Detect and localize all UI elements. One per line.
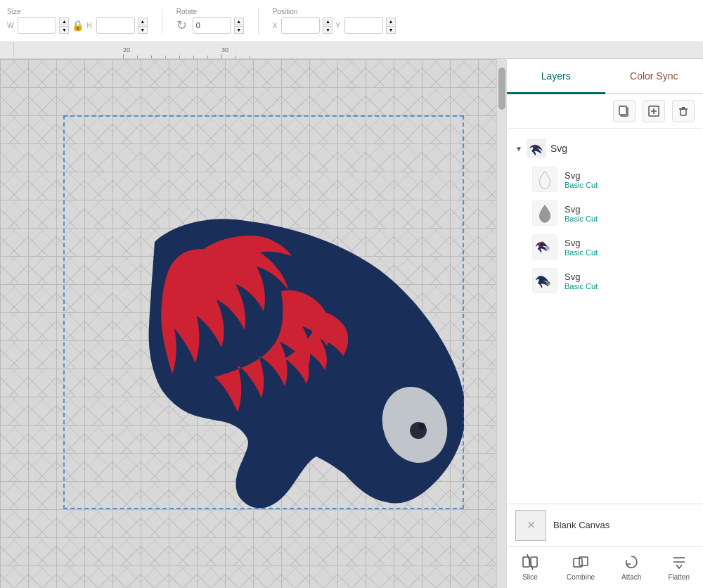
- size-inputs: W ▲ ▼ 🔒 H ▲ ▼: [7, 17, 148, 34]
- attach-label: Attach: [621, 573, 641, 581]
- layer-item[interactable]: Svg Basic Cut: [507, 230, 703, 264]
- canvas-info: Blank Canvas: [507, 504, 703, 546]
- height-up[interactable]: ▲: [138, 18, 148, 25]
- x-input[interactable]: [281, 17, 320, 34]
- width-down[interactable]: ▼: [59, 26, 69, 34]
- svg-point-17: [546, 281, 550, 286]
- rotate-stepper[interactable]: ▲ ▼: [234, 18, 244, 34]
- scrollbar-thumb[interactable]: [498, 68, 505, 110]
- position-group: Position X ▲ ▼ Y ▲ ▼: [273, 8, 396, 34]
- svg-point-15: [546, 246, 550, 250]
- y-stepper[interactable]: ▲ ▼: [386, 18, 396, 34]
- horizontal-ruler: 20 30: [14, 42, 703, 59]
- layer-thumb-2: [532, 200, 557, 226]
- trash-icon: [677, 105, 690, 117]
- ruler-container: 20 30: [0, 42, 703, 59]
- y-up[interactable]: ▲: [386, 18, 396, 25]
- rotate-icon: ↻: [176, 18, 187, 33]
- divider-1: [162, 8, 162, 34]
- panel-tabs: Layers Color Sync: [507, 59, 703, 94]
- slice-label: Slice: [522, 573, 538, 581]
- ruler-corner: [0, 42, 14, 59]
- bird-container[interactable]: [63, 115, 464, 509]
- slice-button[interactable]: Slice: [520, 554, 540, 581]
- svg-rect-14: [533, 235, 557, 259]
- add-layer-button[interactable]: [643, 100, 665, 122]
- layer-info-1: Svg Basic Cut: [565, 170, 598, 189]
- tab-color-sync-label: Color Sync: [630, 70, 678, 82]
- copy-layer-button[interactable]: [613, 100, 636, 122]
- main-area: Layers Color Sync: [0, 59, 703, 588]
- y-input[interactable]: [344, 17, 383, 34]
- add-icon: [647, 105, 660, 117]
- layers-list: ▼ Svg: [507, 129, 703, 504]
- layer-item[interactable]: Svg Basic Cut: [507, 162, 703, 196]
- width-input[interactable]: [18, 17, 56, 34]
- layer-group-header[interactable]: ▼ Svg: [507, 134, 703, 162]
- rotate-inputs: ↻ ▲ ▼: [176, 17, 244, 34]
- size-label: Size: [7, 8, 20, 15]
- main-toolbar: Size W ▲ ▼ 🔒 H ▲ ▼ Rotate ↻ ▲ ▼: [0, 0, 703, 42]
- height-input[interactable]: [96, 17, 135, 34]
- canvas-preview: [515, 510, 546, 541]
- tab-color-sync[interactable]: Color Sync: [605, 59, 704, 94]
- x-stepper[interactable]: ▲ ▼: [323, 18, 333, 34]
- y-label: Y: [335, 22, 340, 30]
- flatten-icon: [669, 554, 689, 570]
- tab-layers-label: Layers: [541, 70, 571, 82]
- height-stepper[interactable]: ▲ ▼: [138, 18, 148, 34]
- h-label: H: [86, 22, 91, 30]
- rotate-up[interactable]: ▲: [234, 18, 244, 25]
- flatten-button[interactable]: Flatten: [668, 554, 690, 581]
- rotate-down[interactable]: ▼: [234, 26, 244, 34]
- combine-icon: [571, 554, 591, 570]
- x-down[interactable]: ▼: [323, 26, 333, 34]
- svg-rect-4: [619, 106, 626, 115]
- action-bar: Slice Combine Attach: [507, 546, 703, 588]
- flatten-label: Flatten: [668, 573, 690, 581]
- layer-sub-1: Basic Cut: [565, 181, 598, 189]
- rotate-label: Rotate: [176, 8, 197, 15]
- layer-name-3: Svg: [565, 238, 598, 248]
- svg-rect-8: [681, 109, 686, 115]
- layer-sub-2: Basic Cut: [565, 215, 598, 223]
- combine-button[interactable]: Combine: [567, 554, 595, 581]
- layer-info-4: Svg Basic Cut: [565, 271, 598, 290]
- layer-thumb-4: [532, 268, 557, 293]
- layer-item[interactable]: Svg Basic Cut: [507, 264, 703, 298]
- combine-label: Combine: [567, 573, 595, 581]
- y-down[interactable]: ▼: [386, 26, 396, 34]
- divider-2: [258, 8, 259, 34]
- position-label: Position: [273, 8, 298, 15]
- width-stepper[interactable]: ▲ ▼: [59, 18, 69, 34]
- svg-point-2: [418, 423, 425, 430]
- canvas-area[interactable]: [0, 59, 506, 588]
- vertical-scrollbar[interactable]: [496, 59, 506, 588]
- rotate-group: Rotate ↻ ▲ ▼: [176, 8, 244, 34]
- x-up[interactable]: ▲: [323, 18, 333, 25]
- width-up[interactable]: ▲: [59, 18, 69, 25]
- position-inputs: X ▲ ▼ Y ▲ ▼: [273, 17, 396, 34]
- copy-icon: [618, 105, 631, 117]
- ruler-mark-20: 20: [123, 46, 130, 53]
- layer-sub-4: Basic Cut: [565, 282, 598, 290]
- slice-icon: [520, 554, 540, 570]
- attach-button[interactable]: Attach: [621, 554, 641, 581]
- tab-layers[interactable]: Layers: [507, 59, 605, 94]
- layer-info-3: Svg Basic Cut: [565, 238, 598, 257]
- layer-item[interactable]: Svg Basic Cut: [507, 196, 703, 230]
- layer-name-4: Svg: [565, 271, 598, 282]
- x-label: X: [273, 22, 278, 30]
- height-down[interactable]: ▼: [138, 26, 148, 34]
- right-panel: Layers Color Sync: [506, 59, 703, 588]
- layer-thumb-3: [532, 234, 557, 260]
- layer-info-2: Svg Basic Cut: [565, 204, 598, 223]
- delete-layer-button[interactable]: [672, 100, 695, 122]
- w-label: W: [7, 22, 13, 30]
- rotate-input[interactable]: [193, 17, 231, 34]
- attach-icon: [621, 554, 641, 570]
- panel-toolbar: [507, 94, 703, 129]
- chevron-down-icon: ▼: [515, 145, 522, 153]
- canvas-label: Blank Canvas: [553, 520, 610, 530]
- group-name: Svg: [550, 143, 567, 154]
